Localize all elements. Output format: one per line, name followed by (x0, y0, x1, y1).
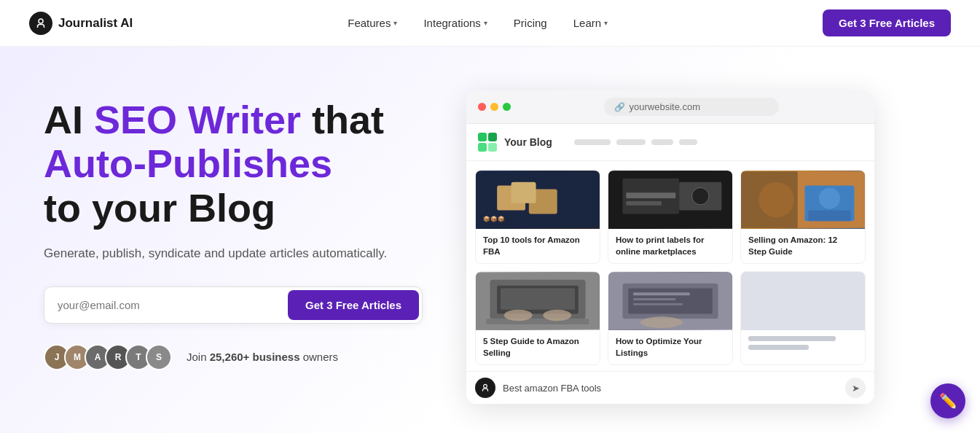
browser-search-bar[interactable]: Best amazon FBA tools ➤ (466, 371, 874, 404)
svg-point-14 (758, 182, 794, 218)
nav-cta-button[interactable]: Get 3 Free Articles (823, 9, 951, 36)
nav-line (574, 139, 611, 145)
card-body: How to print labels for online marketpla… (608, 229, 732, 263)
blog-card: How to print labels for online marketpla… (608, 170, 733, 264)
nav-item-integrations[interactable]: Integrations ▾ (413, 11, 497, 35)
search-brand-icon (475, 378, 495, 398)
svg-point-11 (692, 187, 709, 204)
logo-square (488, 143, 497, 152)
card-body (741, 330, 865, 359)
hero-illustration: 🔗 yourwebsite.com Your Blog (423, 90, 951, 404)
avatar-group: J M A R T S (44, 344, 166, 370)
card-title: How to Optimize Your Listings (616, 336, 725, 359)
svg-rect-27 (628, 289, 713, 314)
social-proof: J M A R T S Join 25,260+ business owners (44, 344, 423, 370)
search-query-text: Best amazon FBA tools (503, 383, 838, 394)
hero-title-that: that (301, 98, 384, 141)
blog-article-grid: 📦📦📦 Top 10 tools for Amazon FBA (466, 161, 874, 371)
blog-card: How to Optimize Your Listings (608, 271, 733, 365)
chevron-down-icon: ▾ (604, 19, 608, 27)
hero-title-ai: AI (44, 98, 94, 141)
card-image (608, 171, 732, 229)
card-body: How to Optimize Your Listings (608, 330, 732, 364)
logo-icon (29, 12, 52, 35)
svg-rect-29 (633, 298, 675, 300)
close-dot (478, 103, 486, 111)
blog-header: Your Blog (466, 124, 874, 161)
blog-site-title: Your Blog (504, 136, 552, 148)
svg-rect-9 (626, 192, 675, 198)
svg-point-16 (819, 187, 840, 208)
card-title: Top 10 tools for Amazon FBA (483, 235, 592, 257)
blog-logo (478, 133, 497, 152)
search-submit-icon[interactable]: ➤ (845, 378, 866, 398)
card-title: 5 Step Guide to Amazon Selling (483, 336, 592, 359)
hero-title-blog: to your Blog (44, 186, 275, 230)
link-icon: 🔗 (614, 102, 625, 112)
blog-nav-lines (574, 139, 697, 145)
card-image (741, 171, 865, 229)
maximize-dot (503, 103, 511, 111)
svg-point-31 (640, 316, 683, 328)
logo-square (478, 143, 487, 152)
card-body: Top 10 tools for Amazon FBA (476, 229, 600, 263)
browser-bar: 🔗 yourwebsite.com (466, 90, 874, 124)
logo-link[interactable]: Journalist AI (29, 12, 133, 35)
nav-line (616, 139, 646, 145)
logo-square (478, 133, 487, 141)
svg-rect-28 (633, 292, 690, 295)
nav-item-learn[interactable]: Learn ▾ (563, 11, 618, 35)
svg-rect-21 (501, 289, 575, 310)
svg-rect-17 (808, 211, 850, 222)
hero-email-form: Get 3 Free Articles (44, 286, 423, 324)
email-input[interactable] (47, 290, 288, 320)
blog-card: Selling on Amazon: 12 Step Guide (740, 170, 866, 264)
svg-rect-4 (511, 182, 536, 203)
nav-line (679, 139, 697, 145)
card-image: 📦📦📦 (476, 171, 600, 229)
avatar: S (146, 344, 172, 370)
hero-section: AI SEO Writer that Auto-Publishes to you… (0, 47, 980, 433)
chat-widget-button[interactable]: ✏️ (930, 383, 965, 418)
hero-title: AI SEO Writer that Auto-Publishes to you… (44, 98, 423, 230)
card-image (476, 272, 600, 330)
logo-square (488, 133, 497, 141)
browser-window: 🔗 yourwebsite.com Your Blog (466, 90, 874, 404)
svg-text:📦📦📦: 📦📦📦 (483, 215, 505, 222)
card-image (741, 272, 865, 330)
svg-point-24 (543, 310, 571, 321)
browser-dots (478, 103, 511, 111)
hero-subtitle: Generate, publish, syndicate and update … (44, 244, 423, 263)
chevron-down-icon: ▾ (484, 19, 487, 27)
chevron-down-icon: ▾ (393, 19, 397, 27)
minimize-dot (490, 103, 498, 111)
hero-cta-button[interactable]: Get 3 Free Articles (288, 290, 419, 320)
navbar: Journalist AI Features ▾ Integrations ▾ … (0, 0, 980, 47)
svg-point-0 (39, 19, 43, 23)
browser-url-bar: 🔗 yourwebsite.com (604, 98, 779, 116)
card-body: 5 Step Guide to Amazon Selling (476, 330, 600, 364)
card-title: How to print labels for online marketpla… (616, 235, 725, 257)
social-proof-text: Join 25,260+ business owners (187, 351, 338, 363)
blog-card: 📦📦📦 Top 10 tools for Amazon FBA (475, 170, 600, 264)
logo-text: Journalist AI (58, 16, 133, 31)
nav-links: Features ▾ Integrations ▾ Pricing Learn … (337, 11, 618, 35)
nav-line (651, 139, 673, 145)
nav-item-pricing[interactable]: Pricing (503, 11, 557, 35)
card-title: Selling on Amazon: 12 Step Guide (748, 235, 858, 257)
svg-rect-30 (633, 303, 683, 305)
svg-point-32 (484, 384, 487, 388)
hero-title-autopublishes: Auto-Publishes (44, 141, 332, 185)
nav-item-features[interactable]: Features ▾ (337, 11, 407, 35)
card-image (608, 272, 732, 330)
hero-title-seo-writer: SEO Writer (94, 98, 301, 141)
card-body: Selling on Amazon: 12 Step Guide (741, 229, 865, 263)
blog-card (740, 271, 866, 365)
svg-rect-22 (487, 319, 589, 324)
blog-card: 5 Step Guide to Amazon Selling (475, 271, 600, 365)
hero-content: AI SEO Writer that Auto-Publishes to you… (44, 90, 423, 370)
svg-point-23 (504, 310, 533, 321)
svg-rect-10 (626, 201, 662, 206)
url-text: yourwebsite.com (630, 101, 701, 112)
